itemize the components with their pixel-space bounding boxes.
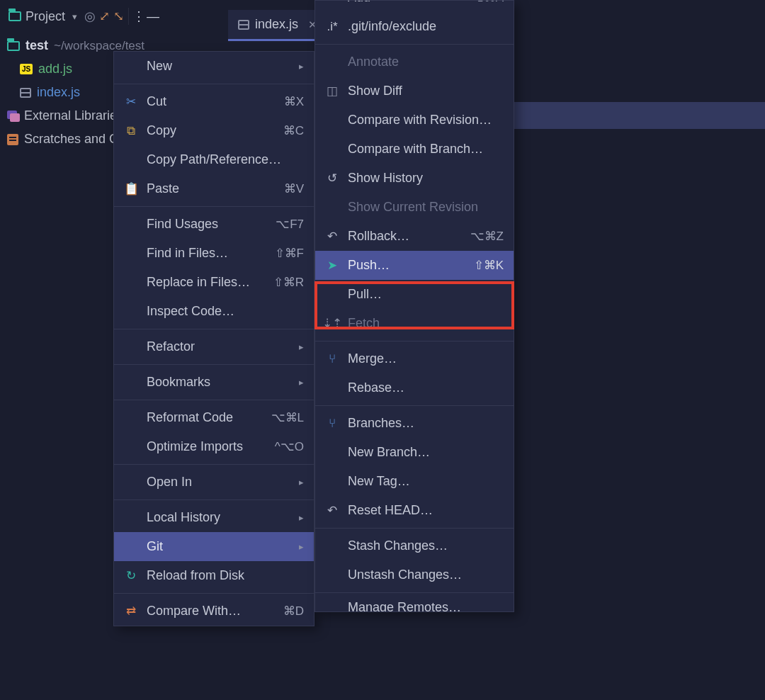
tree-label: External Libraries	[24, 108, 123, 123]
git-menu-item-compare-with-branch[interactable]: Compare with Branch…	[315, 135, 514, 164]
git-menu-item-show-current-revision: Show Current Revision	[315, 193, 514, 222]
menu-item-label: Reformat Code	[147, 410, 233, 425]
git-menu-item-stash-changes[interactable]: Stash Changes…	[315, 531, 514, 560]
tree-root-name: test	[26, 38, 48, 53]
git-menu-item-unstash-changes[interactable]: Unstash Changes…	[315, 560, 514, 589]
menu-item-bookmarks[interactable]: Bookmarks▸	[114, 368, 314, 397]
project-folder-icon	[8, 11, 21, 21]
rollback-icon: ↶	[325, 229, 339, 244]
menu-divider	[114, 84, 314, 84]
menu-item-inspect-code[interactable]: Inspect Code…	[114, 297, 314, 326]
menu-divider	[315, 44, 514, 45]
minimize-icon[interactable]: —	[146, 9, 160, 23]
menu-item-find-usages[interactable]: Find Usages⌥F7	[114, 210, 314, 239]
scratches-icon	[7, 134, 18, 145]
menu-item-label: Copy Path/Reference…	[147, 152, 281, 167]
menu-item-paste[interactable]: 📋Paste⌘V	[114, 174, 314, 203]
menu-item-label: Reset HEAD…	[348, 503, 433, 518]
git-menu-item-show-history[interactable]: ↺Show History	[315, 164, 514, 193]
submenu-arrow-icon: ▸	[299, 341, 304, 352]
menu-item-git[interactable]: Git▸	[114, 532, 314, 561]
target-icon[interactable]: ◎	[83, 9, 97, 23]
menu-item-label: New	[147, 59, 172, 74]
menu-item-local-history[interactable]: Local History▸	[114, 503, 314, 532]
menu-divider	[114, 593, 314, 594]
git-menu-item-git-info-exclude[interactable]: .i*.git/info/exclude	[315, 12, 514, 41]
menu-shortcut: ^⌥O	[275, 439, 304, 454]
git-menu-item-branches[interactable]: ⑂Branches…	[315, 409, 514, 438]
menu-item-label: Fetch	[348, 316, 380, 331]
menu-shortcut: ⌘X	[284, 94, 304, 109]
submenu-arrow-icon: ▸	[299, 541, 304, 552]
menu-item-label: Cut	[147, 94, 166, 109]
menu-item-label: Branches…	[348, 416, 414, 431]
menu-item-reload-from-disk[interactable]: ↻Reload from Disk	[114, 561, 314, 590]
menu-divider	[315, 341, 514, 341]
git-menu-item-show-diff[interactable]: ◫Show Diff	[315, 77, 514, 106]
menu-item-label: Push…	[348, 258, 390, 273]
menu-item-label: Copy	[147, 123, 176, 138]
chevron-down-icon: ▾	[72, 11, 77, 22]
git-menu-item-compare-with-revision[interactable]: Compare with Revision…	[315, 106, 514, 135]
menu-shortcut: ⌘D	[283, 604, 304, 619]
menu-item-label: Merge…	[348, 351, 397, 366]
menu-divider	[114, 329, 314, 329]
menu-item-label: Inspect Code…	[147, 304, 234, 319]
menu-item-label: Find Usages	[147, 217, 218, 232]
collapse-icon[interactable]: ⤡	[111, 9, 125, 23]
git-menu-item-merge[interactable]: ⑂Merge…	[315, 344, 514, 373]
git-menu-item-push[interactable]: ➤Push…⇧⌘K	[315, 251, 514, 280]
menu-item-label: Replace in Files…	[147, 275, 250, 290]
menu-item-label: Show History	[348, 171, 423, 186]
menu-item-find-in-files[interactable]: Find in Files…⇧⌘F	[114, 239, 314, 268]
menu-item-copy[interactable]: ⧉Copy⌘C	[114, 116, 314, 145]
menu-item-label: Show Diff	[348, 84, 402, 98]
menu-shortcut: ⌥⌘Z	[470, 229, 504, 244]
git-menu-item-new-branch[interactable]: New Branch…	[315, 438, 514, 467]
menu-item-new[interactable]: New▸	[114, 52, 314, 81]
git-menu-item-rebase[interactable]: Rebase…	[315, 373, 514, 402]
menu-divider	[114, 400, 314, 400]
menu-item-label: Compare With…	[147, 604, 241, 619]
menu-item-cut[interactable]: ✂Cut⌘X	[114, 87, 314, 116]
editor-tabs: index.js ✕	[228, 10, 327, 41]
menu-item-label: Pull…	[348, 287, 382, 302]
menu-item-label: Add	[348, 1, 370, 5]
menu-divider	[114, 206, 314, 207]
expand-icon[interactable]: ⤢	[97, 9, 111, 23]
git-menu-item-manage-remotes[interactable]: Manage Remotes…	[315, 596, 514, 611]
menu-item-copy-path-reference[interactable]: Copy Path/Reference…	[114, 145, 314, 174]
menu-item-label: Show Current Revision	[348, 200, 478, 215]
menu-divider	[114, 464, 314, 465]
menu-item-optimize-imports[interactable]: Optimize Imports^⌥O	[114, 432, 314, 461]
menu-item-label: Compare with Branch…	[348, 142, 483, 157]
menu-item-label: Stash Changes…	[348, 538, 448, 553]
project-dropdown[interactable]: Project ▾	[3, 6, 83, 27]
git-menu-item-reset-head[interactable]: ↶Reset HEAD…	[315, 496, 514, 525]
git-menu-item-rollback[interactable]: ↶Rollback…⌥⌘Z	[315, 222, 514, 251]
editor-tab-index-js[interactable]: index.js ✕	[228, 10, 327, 41]
menu-item-label: Annotate	[348, 55, 399, 69]
menu-item-refactor[interactable]: Refactor▸	[114, 332, 314, 361]
menu-shortcut: ⇧⌘R	[273, 275, 304, 290]
editor-selection-stripe	[501, 102, 765, 129]
menu-item-reformat-code[interactable]: Reformat Code⌥⌘L	[114, 403, 314, 432]
history-icon: ↺	[325, 171, 339, 186]
menu-item-replace-in-files[interactable]: Replace in Files…⇧⌘R	[114, 268, 314, 297]
rollback-icon: ↶	[325, 503, 339, 518]
plus-icon: ＋	[325, 1, 339, 5]
menu-item-label: Rebase…	[348, 380, 404, 395]
git-menu-item-add[interactable]: ＋Add⌥⌘A	[315, 1, 514, 12]
structure-icon	[238, 20, 249, 30]
menu-item-open-in[interactable]: Open In▸	[114, 468, 314, 497]
menu-divider	[114, 499, 314, 500]
menu-item-label: Reload from Disk	[147, 568, 244, 583]
more-icon[interactable]: ⋮	[132, 9, 146, 23]
git-menu-item-new-tag[interactable]: New Tag…	[315, 467, 514, 496]
menu-item-label: New Branch…	[348, 445, 430, 460]
menu-item-compare-with[interactable]: ⇄Compare With…⌘D	[114, 597, 314, 626]
menu-item-label: Local History	[147, 510, 220, 525]
menu-divider	[315, 528, 514, 529]
git-menu-item-annotate: Annotate	[315, 47, 514, 77]
git-menu-item-pull[interactable]: Pull…	[315, 280, 514, 309]
